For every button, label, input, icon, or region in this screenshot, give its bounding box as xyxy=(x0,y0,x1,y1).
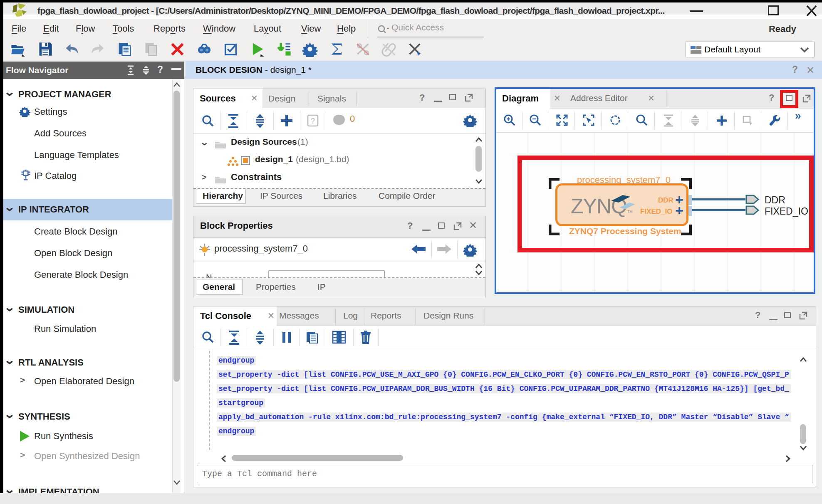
svg-text:?: ? xyxy=(311,117,315,125)
